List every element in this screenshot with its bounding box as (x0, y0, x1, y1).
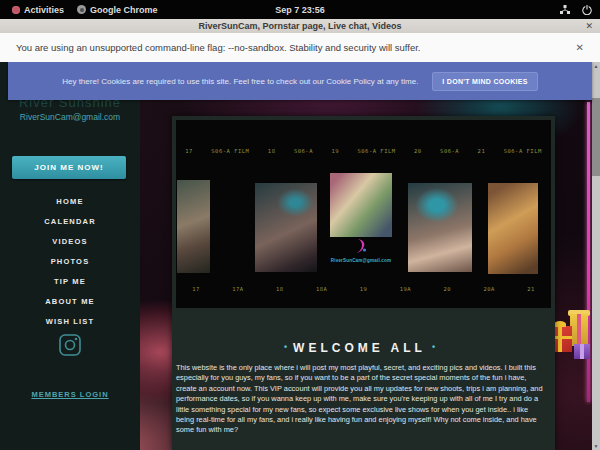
film-label: S06-A FILM (504, 148, 542, 154)
film-label: S06-A FILM (357, 148, 395, 154)
page-viewport: 17 S06-A FILM 18 S06-A 19 S06-A FILM 20 … (0, 62, 600, 450)
infobar-message: You are using an unsupported command-lin… (16, 42, 421, 53)
join-me-now-button[interactable]: JOIN ME NOW! (12, 156, 126, 179)
film-label: 19A (400, 286, 411, 292)
activities-indicator-icon (12, 6, 20, 14)
film-label: 21 (478, 148, 486, 154)
film-label: 19 (331, 148, 339, 154)
site-logo: RiverSunCam@gmail.com (330, 238, 392, 263)
app-menu-button[interactable]: Google Chrome (73, 3, 162, 17)
photo-thumbnail[interactable] (255, 183, 317, 272)
heading-ornament-right: • (426, 342, 441, 352)
film-label: 17 (185, 148, 193, 154)
welcome-heading: •WELCOME ALL• (172, 341, 547, 355)
infobar-close-icon[interactable]: ✕ (576, 42, 584, 53)
scrollbar-down-icon[interactable]: ▼ (592, 442, 600, 450)
gnome-topbar: Activities Google Chrome Sep 7 23:56 (0, 0, 600, 19)
film-label: 18A (316, 286, 327, 292)
film-label: S06-A FILM (211, 148, 249, 154)
heading-ornament-left: • (278, 342, 293, 352)
site-logo-text: RiverSunCam@gmail.com (330, 258, 392, 263)
camera-icon (59, 334, 81, 356)
scrollbar-thumb[interactable] (592, 98, 600, 176)
sidebar-item-photos[interactable]: PHOTOS (0, 252, 140, 272)
film-edge-labels-bottom: 17 17A 18 18A 19 19A 20 20A 21 (176, 286, 551, 292)
sidebar-item-videos[interactable]: VIDEOS (0, 232, 140, 252)
sidebar-item-home[interactable]: HOME (0, 192, 140, 212)
window-titlebar: RiverSunCam, Pornstar page, Live chat, V… (0, 19, 600, 34)
page-scrollbar[interactable]: ▲ ▼ (592, 62, 600, 450)
app-menu-label: Google Chrome (90, 5, 158, 15)
power-icon[interactable] (582, 5, 592, 15)
photo-thumbnail[interactable] (408, 183, 472, 272)
screen: Activities Google Chrome Sep 7 23:56 (0, 0, 600, 450)
cookie-accept-button[interactable]: I DON'T MIND COOKIES (432, 72, 537, 91)
film-label: 20 (414, 148, 422, 154)
film-edge-labels-top: 17 S06-A FILM 18 S06-A 19 S06-A FILM 20 … (176, 148, 551, 154)
window-title: RiverSunCam, Pornstar page, Live chat, V… (199, 21, 402, 31)
film-label: 21 (527, 286, 535, 292)
film-strip: 17 S06-A FILM 18 S06-A 19 S06-A FILM 20 … (176, 120, 551, 308)
sidebar-item-wish-list[interactable]: WISH LIST (0, 312, 140, 332)
sidebar-nav: HOME CALENDAR VIDEOS PHOTOS TIP ME ABOUT… (0, 192, 140, 332)
cookie-banner: Hey there! Cookies are required to use t… (8, 62, 592, 100)
film-label: 19 (360, 286, 368, 292)
members-login-link[interactable]: MEMBERS LOGIN (0, 390, 140, 399)
camera-link[interactable] (0, 334, 140, 356)
sidebar-item-tip-me[interactable]: TIP ME (0, 272, 140, 292)
welcome-paragraph: This website is the only place where i w… (176, 363, 543, 436)
film-label: 18 (268, 148, 276, 154)
cookie-message: Hey there! Cookies are required to use t… (62, 77, 418, 86)
photo-thumbnail[interactable] (330, 173, 392, 237)
film-label: 20A (483, 286, 494, 292)
welcome-section: •WELCOME ALL• This website is the only p… (172, 308, 547, 450)
activities-button[interactable]: Activities (8, 3, 68, 17)
gift-purple-icon (574, 344, 590, 359)
network-icon[interactable] (560, 5, 570, 15)
sidebar-item-calendar[interactable]: CALENDAR (0, 212, 140, 232)
gift-yellow-icon (570, 314, 588, 346)
site-logo-icon (354, 238, 368, 254)
chrome-icon (77, 5, 86, 14)
site-email: RiverSunCam@gmail.com (0, 112, 140, 122)
welcome-title: WELCOME ALL (293, 341, 426, 355)
content-panel: 17 S06-A FILM 18 S06-A 19 S06-A FILM 20 … (172, 116, 555, 450)
scrollbar-up-icon[interactable]: ▲ (592, 62, 600, 70)
film-label: 20 (443, 286, 451, 292)
film-label: S06-A (294, 148, 313, 154)
film-label: 17A (232, 286, 243, 292)
film-label: S06-A (440, 148, 459, 154)
photo-thumbnail[interactable] (177, 180, 210, 273)
activities-label: Activities (24, 5, 64, 15)
photo-thumbnail[interactable] (488, 183, 538, 274)
film-label: 17 (192, 286, 200, 292)
film-label: 18 (276, 286, 284, 292)
window-close-icon[interactable]: ✕ (585, 20, 593, 32)
sidebar: River Sunshine RiverSunCam@gmail.com JOI… (0, 62, 140, 450)
sidebar-item-about-me[interactable]: ABOUT ME (0, 292, 140, 312)
clock-label[interactable]: Sep 7 23:56 (275, 5, 325, 15)
sandbox-warning-infobar: You are using an unsupported command-lin… (0, 33, 600, 63)
